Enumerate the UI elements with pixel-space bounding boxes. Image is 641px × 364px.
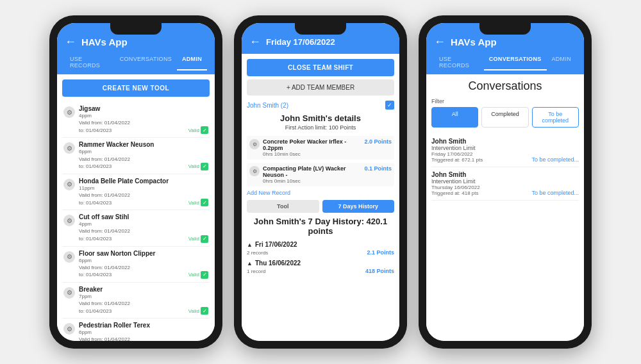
conv-date: Thursday 16/06/2022 (431, 185, 531, 190)
tool-record-name: Concrete Poker Wacker Irflex - 0.2ppm (263, 138, 361, 151)
tool-valid-status: Valid✓ (188, 126, 208, 134)
back-arrow-2[interactable]: ← (249, 35, 261, 49)
tab-admin-3[interactable]: ADMIN (547, 54, 577, 70)
day-records: 1 record (247, 269, 265, 274)
tool-icon (63, 106, 75, 118)
tool-valid-from: Valid from: 01/04/2022 (79, 192, 208, 199)
tool-record-points: 0.1 Points (364, 165, 392, 172)
tab-conversations-1[interactable]: CONVERSATIONS (115, 54, 177, 70)
day-points: 2.1 Points (367, 249, 394, 256)
tool-info: Cut off saw Stihl 4ppm Valid from: 01/04… (79, 213, 208, 242)
tool-valid-to: to: 01/04/2023 Valid✓ (79, 235, 208, 243)
member-checkbox[interactable]: ✓ (385, 101, 394, 110)
tool-name: Cut off saw Stihl (79, 213, 208, 220)
create-new-tool-button[interactable]: CREATE NEW TOOL (62, 79, 210, 97)
valid-check-icon: ✓ (201, 163, 208, 170)
tool-info: Rammer Wacker Neuson 6ppm Valid from: 01… (79, 141, 208, 170)
valid-check-icon: ✓ (201, 235, 208, 243)
phone3-body: Conversations Filter All Completed To be… (426, 74, 584, 341)
tool-valid-from: Valid from: 01/04/2022 (79, 156, 208, 163)
tool-icon (63, 323, 75, 335)
conv-info: John Smith Intervention Limit Thursday 1… (431, 171, 531, 196)
tool-item: Floor saw Norton Clipper 6ppm Valid from… (62, 247, 210, 283)
tool-ppm: 6ppm (79, 257, 208, 264)
tool-item: Honda Belle Plate Compactor 11ppm Valid … (62, 174, 210, 210)
tool-valid-from: Valid from: 01/04/2022 (79, 119, 208, 126)
tool-valid-status: Valid✓ (188, 163, 208, 170)
history-tab[interactable]: 7 Days History (322, 200, 395, 213)
conversation-item: John Smith Intervention Limit Friday 17/… (431, 134, 579, 167)
tool-valid-to: to: 01/04/2023 Valid✓ (79, 307, 208, 315)
back-arrow-1[interactable]: ← (65, 35, 76, 49)
filter-completed-button[interactable]: Completed (481, 107, 528, 128)
filter-all-button[interactable]: All (431, 107, 478, 128)
phone-3: ← HAVs App USE RECORDS CONVERSATIONS ADM… (419, 15, 592, 349)
tool-icon (63, 251, 75, 263)
tool-valid-status: Valid✓ (188, 199, 208, 206)
phone-screen-1: ← HAVs App USE RECORDS CONVERSATIONS ADM… (57, 23, 215, 341)
back-arrow-3[interactable]: ← (434, 35, 445, 49)
member-name[interactable]: John Smith (2) (247, 102, 288, 109)
tool-record-points: 2.0 Points (364, 138, 392, 145)
conv-date: Friday 17/06/2022 (431, 151, 531, 157)
conv-trigger: Triggered at: 418 pts (431, 190, 531, 196)
valid-label: Valid (188, 235, 199, 242)
filter-to-be-completed-button[interactable]: To be completed (532, 107, 579, 128)
conv-trigger: Triggered at: 672.1 pts (431, 157, 531, 163)
valid-check-icon: ✓ (201, 271, 208, 279)
tool-record: Compacting Plate (LV) Wacker Neuson - 0h… (247, 163, 394, 186)
tool-name: Honda Belle Plate Compactor (79, 178, 208, 185)
phone-screen-3: ← HAVs App USE RECORDS CONVERSATIONS ADM… (426, 23, 584, 341)
tool-valid-from: Valid from: 01/04/2022 (79, 300, 208, 307)
tool-name: Pedestrian Roller Terex (79, 322, 208, 329)
conv-person-name: John Smith (431, 138, 531, 145)
tab-use-records-3[interactable]: USE RECORDS (434, 54, 484, 70)
tool-valid-from: Valid from: 01/04/2022 (79, 264, 208, 271)
history-day: ▲ Thu 16/06/2022 1 record 418 Points (247, 260, 394, 274)
add-new-record-link[interactable]: Add New Record (247, 190, 394, 196)
day-points: 418 Points (365, 268, 394, 274)
add-team-member-button[interactable]: + ADD TEAM MEMBER (247, 79, 394, 95)
tool-name: Floor saw Norton Clipper (79, 250, 208, 257)
phone1-tabs: USE RECORDS CONVERSATIONS ADMIN (57, 54, 215, 74)
phone-notch-3 (479, 23, 531, 35)
tool-tab[interactable]: Tool (247, 200, 319, 213)
tool-icon (63, 179, 75, 190)
tool-icon (63, 215, 75, 226)
tool-valid-from: Valid from: 01/04/2022 (79, 228, 208, 235)
phone-2: ← Friday 17/06/2022 CLOSE TEAM SHIFT + A… (234, 15, 407, 349)
valid-label: Valid (188, 127, 199, 134)
tool-valid-to-text: to: 01/04/2023 (79, 163, 112, 170)
valid-check-icon: ✓ (201, 307, 208, 315)
expand-icon[interactable]: ▲ (247, 260, 253, 267)
tool-name: Breaker (79, 286, 208, 293)
conv-type: Intervention Limit (431, 178, 531, 185)
tool-valid-from: Valid from: 01/04/2022 (79, 336, 208, 341)
tool-name: Rammer Wacker Neuson (79, 141, 208, 148)
tab-use-records-1[interactable]: USE RECORDS (65, 54, 115, 70)
day-label: Fri 17/06/2022 (255, 241, 297, 248)
expand-icon[interactable]: ▲ (247, 242, 253, 248)
valid-label: Valid (188, 199, 199, 206)
day-label: Thu 16/06/2022 (255, 260, 301, 267)
phone1-body: CREATE NEW TOOL Jigsaw 4ppm Valid from: … (57, 74, 215, 341)
tool-record-name: Compacting Plate (LV) Wacker Neuson - (263, 165, 361, 178)
tab-admin-1[interactable]: ADMIN (177, 54, 207, 70)
valid-label: Valid (188, 163, 199, 170)
conv-row: John Smith Intervention Limit Thursday 1… (431, 171, 579, 196)
tool-info: Pedestrian Roller Terex 6ppm Valid from:… (79, 322, 208, 341)
tool-valid-to: to: 01/04/2023 Valid✓ (79, 271, 208, 279)
tool-info: Breaker 7ppm Valid from: 01/04/2022 to: … (79, 286, 208, 315)
tool-valid-status: Valid✓ (188, 271, 208, 279)
tab-conversations-3[interactable]: CONVERSATIONS (484, 54, 547, 70)
john-details-title: John Smith's details (247, 113, 394, 123)
tool-info: Honda Belle Plate Compactor 11ppm Valid … (79, 178, 208, 206)
tool-valid-to-text: to: 01/04/2023 (79, 271, 112, 278)
valid-label: Valid (188, 308, 199, 315)
history-title: John Smith's 7 Day History: 420.1 points (247, 217, 394, 236)
valid-check-icon: ✓ (201, 199, 208, 206)
tool-record-info: Compacting Plate (LV) Wacker Neuson - 0h… (263, 165, 361, 184)
member-row: John Smith (2) ✓ (247, 101, 394, 110)
close-team-shift-button[interactable]: CLOSE TEAM SHIFT (247, 59, 394, 76)
tool-ppm: 7ppm (79, 293, 208, 300)
